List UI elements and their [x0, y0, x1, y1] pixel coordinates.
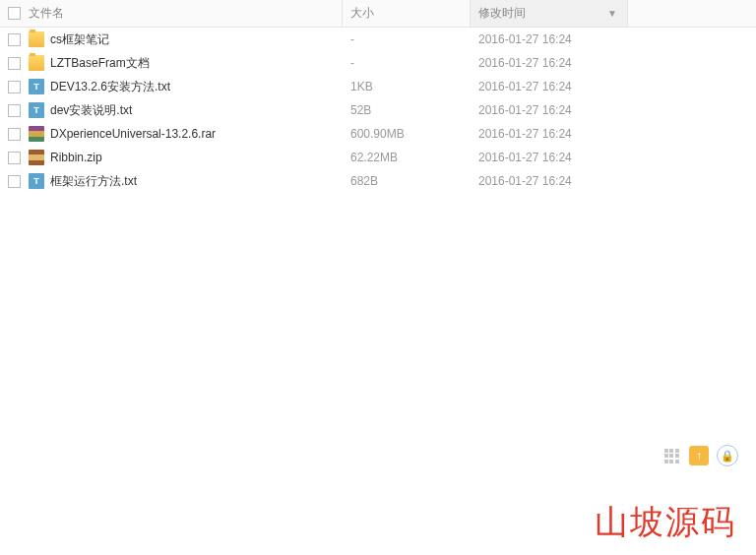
column-header-mtime[interactable]: 修改时间 ▼: [471, 0, 628, 27]
file-name-cell: cs框架笔记: [0, 31, 343, 48]
column-label: 文件名: [29, 5, 64, 22]
file-name-cell: Tdev安装说明.txt: [0, 102, 343, 119]
file-size-cell: -: [343, 56, 471, 70]
file-mtime-cell: 2016-01-27 16:24: [471, 103, 628, 117]
column-label: 大小: [350, 5, 374, 22]
watermark-text: 山坡源码: [595, 500, 736, 545]
file-row[interactable]: Ribbin.zip62.22MB2016-01-27 16:24: [0, 146, 756, 169]
file-mtime-cell: 2016-01-27 16:24: [471, 56, 628, 70]
file-name-cell: TDEV13.2.6安装方法.txt: [0, 79, 343, 95]
sort-desc-icon: ▼: [607, 8, 617, 19]
file-size-cell: 62.22MB: [343, 151, 471, 164]
upload-icon: ↑: [696, 449, 702, 462]
file-mtime-cell: 2016-01-27 16:24: [471, 127, 628, 141]
file-name-cell: T框架运行方法.txt: [0, 173, 343, 190]
file-size-cell: 600.90MB: [343, 127, 471, 141]
row-checkbox[interactable]: [8, 175, 21, 188]
file-mtime-cell: 2016-01-27 16:24: [471, 32, 628, 46]
file-list: cs框架笔记-2016-01-27 16:24LZTBaseFram文档-201…: [0, 28, 756, 193]
table-header: 文件名 大小 修改时间 ▼: [0, 0, 756, 28]
file-size-cell: 52B: [343, 103, 471, 117]
rar-icon: [29, 126, 44, 142]
grid-view-button[interactable]: [662, 446, 681, 465]
folder-icon: [29, 31, 44, 47]
file-mtime-cell: 2016-01-27 16:24: [471, 80, 628, 93]
file-name-cell: DXperienceUniversal-13.2.6.rar: [0, 126, 343, 142]
txt-icon: T: [29, 173, 44, 189]
column-header-name[interactable]: 文件名: [0, 0, 343, 27]
grid-view-icon: [664, 449, 679, 463]
file-size-cell: 1KB: [343, 80, 471, 93]
file-name: DXperienceUniversal-13.2.6.rar: [50, 127, 216, 141]
row-checkbox[interactable]: [8, 33, 21, 46]
column-label: 修改时间: [478, 5, 526, 22]
column-header-size[interactable]: 大小: [343, 0, 471, 27]
row-checkbox[interactable]: [8, 128, 21, 141]
file-row[interactable]: LZTBaseFram文档-2016-01-27 16:24: [0, 51, 756, 75]
row-checkbox[interactable]: [8, 57, 21, 70]
file-mtime-cell: 2016-01-27 16:24: [471, 174, 628, 188]
folder-icon: [29, 55, 44, 71]
zip-icon: [29, 150, 44, 165]
row-checkbox[interactable]: [8, 81, 21, 93]
txt-icon: T: [29, 102, 44, 118]
file-name: DEV13.2.6安装方法.txt: [50, 79, 170, 95]
file-name: LZTBaseFram文档: [50, 55, 150, 72]
lock-button[interactable]: 🔒: [717, 445, 738, 466]
file-row[interactable]: DXperienceUniversal-13.2.6.rar600.90MB20…: [0, 122, 756, 146]
upload-button[interactable]: ↑: [689, 446, 709, 465]
select-all-checkbox[interactable]: [8, 7, 21, 20]
txt-icon: T: [29, 79, 44, 94]
row-checkbox[interactable]: [8, 104, 21, 117]
view-controls: ↑ 🔒: [662, 445, 738, 466]
file-size-cell: -: [343, 32, 471, 46]
file-size-cell: 682B: [343, 174, 471, 188]
file-name: dev安装说明.txt: [50, 102, 132, 119]
file-row[interactable]: TDEV13.2.6安装方法.txt1KB2016-01-27 16:24: [0, 75, 756, 98]
file-name-cell: LZTBaseFram文档: [0, 55, 343, 72]
file-name-cell: Ribbin.zip: [0, 150, 343, 165]
row-checkbox[interactable]: [8, 152, 21, 164]
file-row[interactable]: T框架运行方法.txt682B2016-01-27 16:24: [0, 169, 756, 193]
file-mtime-cell: 2016-01-27 16:24: [471, 151, 628, 164]
lock-icon: 🔒: [721, 450, 734, 462]
file-name: cs框架笔记: [50, 31, 109, 48]
file-row[interactable]: Tdev安装说明.txt52B2016-01-27 16:24: [0, 98, 756, 122]
file-row[interactable]: cs框架笔记-2016-01-27 16:24: [0, 28, 756, 51]
file-name: Ribbin.zip: [50, 151, 102, 164]
file-name: 框架运行方法.txt: [50, 173, 137, 190]
